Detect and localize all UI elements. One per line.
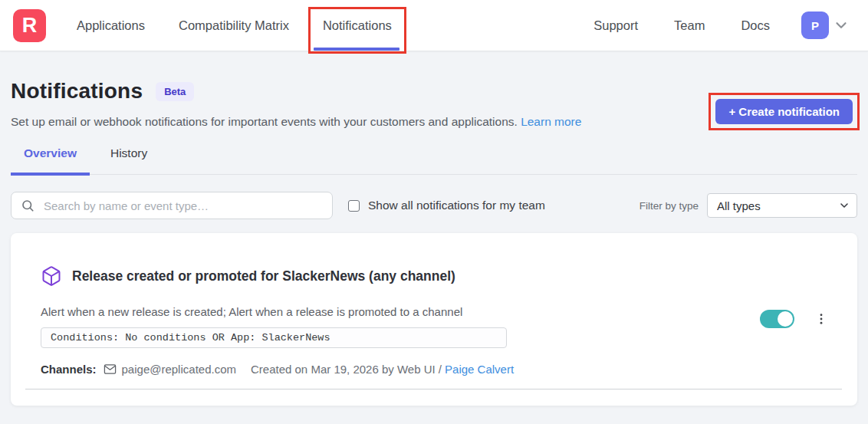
show-all-checkbox-label: Show all notifications for my team — [368, 199, 545, 212]
channel-email: paige@replicated.com — [122, 363, 236, 376]
nav-left-group: Applications Compatibility Matrix Notifi… — [77, 0, 392, 51]
search-icon — [21, 199, 35, 212]
nav-item-applications[interactable]: Applications — [77, 0, 145, 51]
show-all-checkbox[interactable] — [348, 200, 360, 212]
nav-item-docs[interactable]: Docs — [741, 0, 770, 51]
nav-item-team[interactable]: Team — [674, 0, 705, 51]
notification-meta-row: Channels: paige@replicated.com Created o… — [41, 363, 827, 376]
nav-right-group: Support Team Docs P — [593, 0, 850, 51]
notification-description: Alert when a new release is created; Ale… — [41, 305, 827, 318]
active-nav-underline — [314, 48, 399, 51]
toggle-knob — [778, 311, 793, 327]
card-divider — [25, 389, 842, 389]
user-menu[interactable]: P — [801, 12, 850, 39]
nav-item-support[interactable]: Support — [593, 0, 638, 51]
chevron-down-icon — [833, 17, 850, 34]
created-by-link[interactable]: Paige Calvert — [445, 363, 514, 376]
notification-card-content: Release created or promoted for SlackerN… — [11, 233, 857, 376]
create-notification-button[interactable]: + Create notification — [715, 99, 853, 124]
kebab-menu-icon[interactable] — [813, 310, 830, 328]
notification-conditions: Conditions: No conditions OR App: Slacke… — [41, 327, 507, 348]
notification-title: Release created or promoted for SlackerN… — [72, 268, 455, 284]
tab-history[interactable]: History — [97, 146, 160, 174]
nav-item-notifications-label: Notifications — [323, 18, 392, 33]
filter-group: Filter by type All types — [639, 193, 857, 218]
filter-select-wrap: All types — [707, 193, 857, 218]
replicated-logo[interactable]: R — [13, 9, 46, 42]
package-icon — [41, 265, 62, 287]
page-description-text: Set up email or webhook notifications fo… — [11, 115, 518, 128]
search-box — [11, 192, 333, 219]
tab-overview[interactable]: Overview — [11, 146, 90, 174]
channels-label: Channels: — [41, 363, 97, 376]
top-nav: R Applications Compatibility Matrix Noti… — [0, 0, 868, 51]
avatar[interactable]: P — [801, 12, 829, 39]
beta-badge: Beta — [156, 82, 194, 101]
tab-bar: Overview History — [11, 146, 857, 175]
learn-more-link[interactable]: Learn more — [521, 115, 581, 128]
notification-title-row: Release created or promoted for SlackerN… — [41, 265, 827, 287]
red-annotation-box-create: + Create notification — [709, 93, 860, 130]
page-title: Notifications — [11, 79, 143, 104]
search-input[interactable] — [11, 192, 333, 219]
notification-card: Release created or promoted for SlackerN… — [11, 233, 857, 406]
nav-item-notifications[interactable]: Notifications — [323, 0, 392, 51]
nav-item-compatibility-matrix[interactable]: Compatibility Matrix — [179, 0, 289, 51]
filter-by-type-label: Filter by type — [639, 200, 699, 212]
notification-enabled-toggle[interactable] — [760, 310, 794, 328]
filter-type-select[interactable]: All types — [707, 193, 857, 218]
created-text: Created on Mar 19, 2026 by Web UI / — [251, 363, 442, 376]
mail-icon — [104, 363, 117, 376]
toolbar: Show all notifications for my team Filte… — [11, 192, 857, 219]
main-content: + Create notification Notifications Beta… — [0, 51, 868, 406]
